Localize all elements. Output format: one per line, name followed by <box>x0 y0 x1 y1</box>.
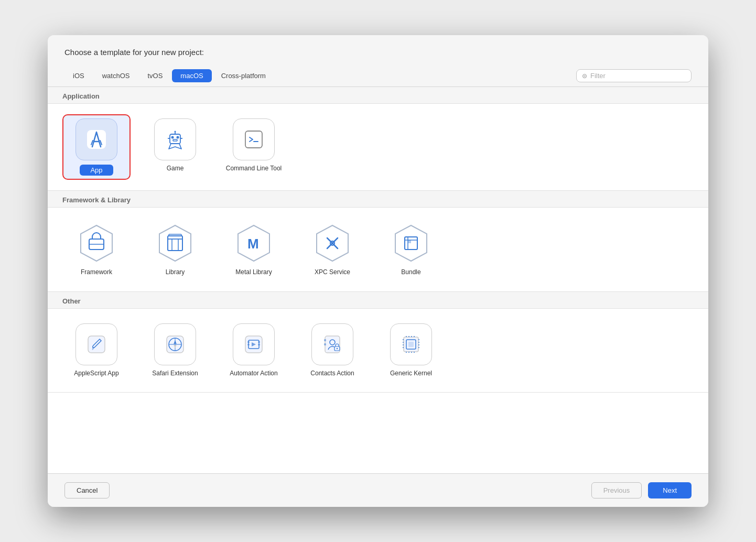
safari-extension-label: Safari Extension <box>152 370 198 378</box>
tab-macos[interactable]: macOS <box>172 69 211 82</box>
game-icon <box>163 127 188 152</box>
template-item-generic-kernel[interactable]: Generic Kernel <box>377 319 445 382</box>
contacts-action-icon-box <box>311 323 353 365</box>
svg-rect-40 <box>247 341 250 343</box>
svg-marker-14 <box>159 225 191 261</box>
automator-action-icon-box <box>233 323 275 365</box>
generic-kernel-label: Generic Kernel <box>390 370 432 378</box>
framework-label: Framework <box>81 268 112 277</box>
svg-point-3 <box>177 136 179 139</box>
bundle-label: Bundle <box>401 268 420 277</box>
automator-action-label: Automator Action <box>230 370 277 378</box>
framework-icon-box <box>75 222 117 264</box>
app-button[interactable]: App <box>80 165 113 176</box>
template-item-metal-library[interactable]: M Metal Library <box>220 218 288 281</box>
svg-rect-31 <box>88 336 105 353</box>
template-item-app[interactable]: App <box>62 114 131 180</box>
content-area: Application App <box>48 86 708 474</box>
template-item-xpc-service[interactable]: XPC Service <box>298 218 366 281</box>
applescript-app-icon <box>84 332 109 357</box>
svg-rect-68 <box>408 342 414 347</box>
dialog-title: Choose a template for your new project: <box>64 48 692 57</box>
metal-library-icon: M <box>233 222 275 264</box>
dialog-header: Choose a template for your new project: <box>48 35 708 65</box>
game-label: Game <box>167 165 184 173</box>
template-item-framework[interactable]: Framework <box>62 218 131 281</box>
command-line-icon-box <box>233 118 275 160</box>
template-item-automator-action[interactable]: Automator Action <box>220 319 288 382</box>
svg-rect-15 <box>168 236 182 251</box>
other-items: AppleScript App <box>48 309 708 393</box>
framework-icon <box>75 222 117 264</box>
command-line-icon <box>241 127 266 152</box>
svg-rect-9 <box>245 131 262 148</box>
library-icon-box <box>154 222 196 264</box>
application-items: App <box>48 104 708 190</box>
svg-rect-46 <box>324 343 326 345</box>
generic-kernel-icon <box>398 332 424 357</box>
footer-right-buttons: Previous Next <box>591 482 692 498</box>
cancel-button[interactable]: Cancel <box>64 482 110 498</box>
svg-text:M: M <box>247 236 259 252</box>
tab-tvos[interactable]: tvOS <box>139 69 171 82</box>
library-label: Library <box>166 268 185 277</box>
svg-marker-11 <box>81 225 112 261</box>
filter-icon: ⊜ <box>582 72 587 80</box>
svg-point-2 <box>171 136 174 139</box>
tab-bar: iOS watchOS tvOS macOS Cross-platform ⊜ … <box>48 65 708 86</box>
section-other: Other AppleScript App <box>48 292 708 393</box>
section-framework-header: Framework & Library <box>48 191 708 208</box>
filter-box[interactable]: ⊜ Filter <box>576 69 692 82</box>
section-application-header: Application <box>48 87 708 104</box>
dialog-footer: Cancel Previous Next <box>48 474 708 507</box>
template-item-contacts-action[interactable]: Contacts Action <box>298 319 366 382</box>
metal-library-icon-box: M <box>233 222 275 264</box>
tab-crossplatform[interactable]: Cross-platform <box>213 69 274 82</box>
app-icon-box <box>75 118 117 160</box>
next-button[interactable]: Next <box>648 482 692 498</box>
automator-action-icon <box>241 332 266 357</box>
template-item-library[interactable]: Library <box>141 218 209 281</box>
template-item-applescript-app[interactable]: AppleScript App <box>62 319 131 382</box>
svg-rect-45 <box>324 339 326 341</box>
applescript-app-icon-box <box>75 323 117 365</box>
safari-extension-icon-box <box>154 323 196 365</box>
previous-button[interactable]: Previous <box>591 482 642 498</box>
contacts-action-label: Contacts Action <box>310 370 354 378</box>
section-framework: Framework & Library Framework <box>48 191 708 292</box>
svg-rect-43 <box>258 344 260 345</box>
safari-extension-icon <box>163 332 188 357</box>
new-project-dialog: Choose a template for your new project: … <box>48 35 708 507</box>
tab-ios[interactable]: iOS <box>64 69 93 82</box>
template-item-game[interactable]: Game <box>141 114 209 180</box>
section-other-header: Other <box>48 292 708 309</box>
generic-kernel-icon-box <box>390 323 432 365</box>
xpc-service-icon-box <box>311 222 353 264</box>
svg-rect-1 <box>170 134 180 144</box>
svg-point-49 <box>337 348 338 349</box>
game-icon-box <box>154 118 196 160</box>
svg-rect-30 <box>408 240 411 243</box>
bundle-icon-box <box>390 222 432 264</box>
svg-point-6 <box>175 131 176 133</box>
svg-rect-42 <box>258 341 260 343</box>
filter-placeholder: Filter <box>590 72 606 80</box>
metal-library-label: Metal Library <box>235 268 272 277</box>
app-icon <box>84 127 109 152</box>
bundle-icon <box>390 222 432 264</box>
template-item-safari-extension[interactable]: Safari Extension <box>141 319 209 382</box>
svg-rect-41 <box>247 344 250 345</box>
tab-watchos[interactable]: watchOS <box>94 69 138 82</box>
contacts-action-icon <box>320 332 345 357</box>
template-item-command-line[interactable]: Command Line Tool <box>220 114 288 180</box>
xpc-service-icon <box>311 222 353 264</box>
xpc-service-label: XPC Service <box>315 268 350 277</box>
framework-items: Framework <box>48 208 708 291</box>
svg-rect-19 <box>169 234 181 236</box>
template-item-bundle[interactable]: Bundle <box>377 218 445 281</box>
library-icon <box>154 222 196 264</box>
section-application: Application App <box>48 87 708 191</box>
command-line-label: Command Line Tool <box>226 165 282 173</box>
svg-rect-4 <box>173 139 177 141</box>
applescript-app-label: AppleScript App <box>74 370 118 378</box>
